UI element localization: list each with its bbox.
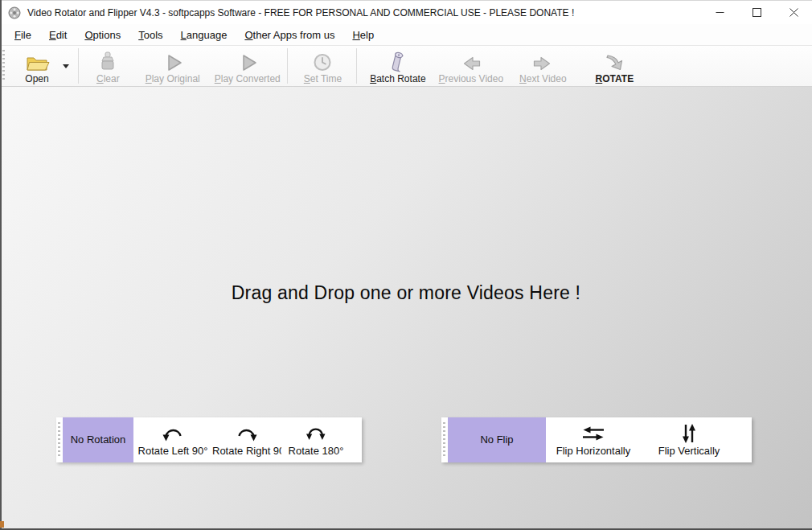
clear-button[interactable]: Clear <box>92 47 125 85</box>
menu-other-apps[interactable]: Other Apps from us <box>236 26 343 44</box>
close-button[interactable] <box>775 1 812 25</box>
arrow-left-icon <box>460 48 482 73</box>
menu-file[interactable]: File <box>6 26 40 44</box>
menu-language[interactable]: Language <box>172 26 236 44</box>
toolbar-separator <box>78 48 79 84</box>
main-toolbar: Open Clear Play Original Play Conv <box>0 45 812 87</box>
minimize-icon <box>716 8 724 17</box>
scroll-icon <box>388 48 408 73</box>
rotate-180-icon <box>305 423 327 444</box>
toolbar-separator <box>356 48 357 84</box>
batch-rotate-button[interactable]: Batch Rotate <box>365 47 430 85</box>
flip-horizontal-icon <box>580 423 607 444</box>
play-icon <box>162 48 183 73</box>
next-video-button[interactable]: Next Video <box>515 47 572 85</box>
menu-help[interactable]: Help <box>343 26 383 44</box>
desktop-artifact <box>0 521 4 528</box>
rotate-arrow-icon <box>602 48 626 73</box>
flip-horizontally-button[interactable]: Flip Horizontally <box>546 417 641 462</box>
no-rotation-button[interactable]: No Rotation <box>63 417 133 462</box>
minimize-button[interactable] <box>701 1 738 25</box>
rotate-right-icon <box>235 423 259 444</box>
menu-options[interactable]: Options <box>76 26 129 44</box>
maximize-button[interactable] <box>738 1 775 25</box>
menu-bar: File Edit Options Tools Language Other A… <box>0 24 812 45</box>
play-icon <box>237 48 258 73</box>
chevron-down-icon <box>63 64 69 68</box>
play-converted-button[interactable]: Play Converted <box>210 47 285 85</box>
play-original-button[interactable]: Play Original <box>141 47 205 85</box>
flip-toolbar-drag-handle[interactable] <box>443 422 445 458</box>
arrow-right-icon <box>531 48 554 73</box>
rotate-right-90-button[interactable]: Rotate Right 90° <box>212 417 281 462</box>
set-time-button[interactable]: Set Time <box>299 47 347 85</box>
maximize-icon <box>753 8 761 17</box>
previous-video-button[interactable]: Previous Video <box>434 47 509 85</box>
close-icon <box>789 8 798 17</box>
toolbar-drag-handle[interactable] <box>2 50 5 82</box>
drop-hint-text: Drag and Drop one or more Videos Here ! <box>0 282 812 304</box>
rotate-180-button[interactable]: Rotate 180° <box>281 417 351 462</box>
window-controls <box>701 1 812 25</box>
menu-tools[interactable]: Tools <box>129 26 171 44</box>
folder-open-icon <box>24 48 50 73</box>
rotate-button[interactable]: ROTATE <box>591 47 639 85</box>
rotate-left-90-button[interactable]: Rotate Left 90° <box>133 417 212 462</box>
window-title: Video Rotator and Flipper V4.3 - softpca… <box>27 7 574 18</box>
drop-area[interactable]: Drag and Drop one or more Videos Here ! … <box>0 87 812 530</box>
no-flip-button[interactable]: No Flip <box>448 417 546 462</box>
rotate-left-icon <box>161 423 185 444</box>
flip-vertically-button[interactable]: Flip Vertically <box>641 417 737 462</box>
rotation-toolbar: No Rotation Rotate Left 90° Rotate Right… <box>56 417 362 462</box>
toolbar-separator <box>287 48 288 84</box>
brush-icon <box>98 48 117 73</box>
menu-edit[interactable]: Edit <box>40 26 76 44</box>
flip-vertical-icon <box>680 423 698 444</box>
rotation-toolbar-drag-handle[interactable] <box>58 422 60 458</box>
window-left-border <box>0 0 2 530</box>
title-bar: Video Rotator and Flipper V4.3 - softpca… <box>0 0 812 24</box>
open-dropdown-button[interactable] <box>59 47 72 84</box>
app-icon <box>7 6 22 20</box>
flip-toolbar: No Flip Flip Horizontally <box>441 417 752 462</box>
clock-icon <box>312 48 333 73</box>
open-button[interactable]: Open <box>19 47 55 85</box>
